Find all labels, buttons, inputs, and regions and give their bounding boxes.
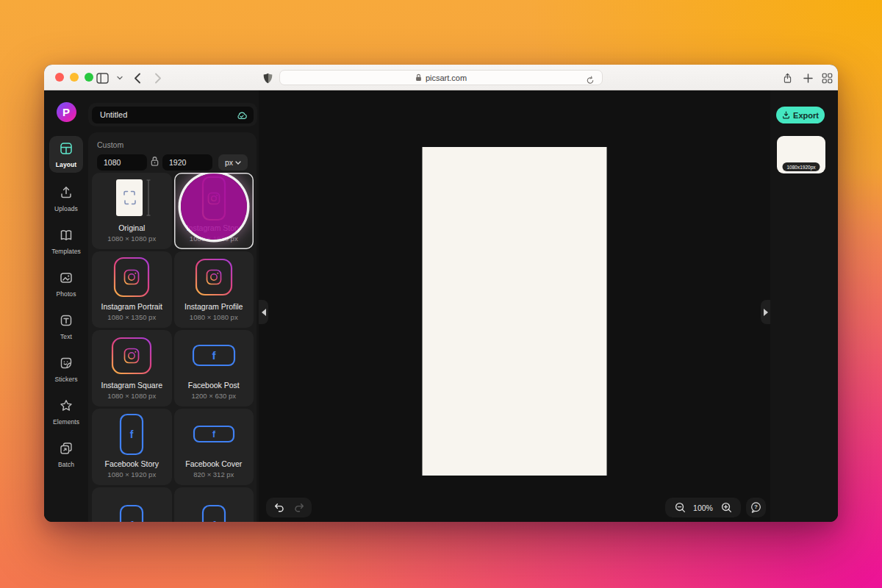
svg-text:f: f — [212, 520, 215, 522]
undo-button[interactable] — [269, 498, 288, 517]
window-controls — [55, 73, 93, 82]
browser-window: picsart.com P LayoutUploadsTemplatesPhot… — [44, 65, 838, 522]
layout-tile-instagram-story[interactable]: Instagram Story1080 × 1920 px — [174, 173, 254, 249]
tab-overview-icon[interactable] — [820, 71, 834, 85]
ig-profile-icon — [174, 251, 254, 302]
original-icon — [92, 173, 172, 223]
uploads-icon — [59, 185, 74, 203]
export-label: Export — [793, 111, 819, 120]
sidebar-item-label: Layout — [56, 161, 76, 168]
fb-post-icon: f — [174, 330, 254, 381]
fb-cover-icon: f — [174, 409, 254, 459]
back-button[interactable] — [130, 71, 145, 85]
collapse-left-panel-handle[interactable] — [259, 300, 268, 324]
triangle-right-icon — [764, 309, 768, 316]
export-button[interactable]: Export — [776, 107, 825, 123]
sidebar-item-batch[interactable]: Batch — [49, 437, 83, 471]
tile-dims: 1200 × 630 px — [192, 392, 236, 400]
tile-dims: 1080 × 1080 px — [107, 392, 156, 400]
photos-icon — [59, 270, 74, 288]
tile-dims: 1080 × 1350 px — [107, 313, 156, 321]
layout-icon — [59, 141, 74, 159]
layout-tile-instagram-square[interactable]: Instagram Square1080 × 1080 px — [92, 330, 172, 406]
layout-tile-instagram-profile[interactable]: Instagram Profile1080 × 1080 px — [174, 251, 254, 328]
triangle-left-icon — [262, 309, 266, 316]
sidebar-item-label: Batch — [58, 461, 74, 468]
layout-tile-partial[interactable]: f — [92, 487, 172, 522]
chevron-down-icon[interactable] — [112, 71, 127, 85]
sidebar-item-label: Uploads — [54, 205, 78, 212]
browser-toolbar: picsart.com — [44, 65, 838, 90]
history-controls — [266, 498, 312, 517]
address-bar[interactable]: picsart.com — [279, 70, 603, 85]
sidebar-item-uploads[interactable]: Uploads — [49, 182, 83, 215]
layout-presets-panel: Custom px Original1080 × 1080 pxInstagr — [88, 132, 257, 522]
svg-text:f: f — [212, 429, 216, 440]
layout-tile-facebook-cover[interactable]: fFacebook Cover820 × 312 px — [174, 409, 254, 485]
download-icon — [782, 111, 790, 119]
svg-text:f: f — [130, 520, 134, 522]
svg-text:f: f — [212, 349, 216, 362]
pages-rail: Export 1080x1920px — [770, 90, 838, 522]
layout-tile-facebook-story[interactable]: fFacebook Story1080 × 1920 px — [92, 409, 172, 485]
ig-portrait-icon — [92, 251, 172, 302]
tool-sidebar: P LayoutUploadsTemplatesPhotosTextSticke… — [44, 90, 88, 522]
sidebar-item-label: Templates — [51, 248, 81, 255]
share-icon[interactable] — [780, 71, 795, 85]
preset-grid: Original1080 × 1080 pxInstagram Story108… — [88, 171, 257, 522]
unit-value: px — [225, 158, 233, 167]
tile-name: Instagram Profile — [184, 302, 243, 311]
ig-square-icon — [92, 330, 172, 381]
tile-name: Facebook Post — [188, 381, 240, 390]
canvas-artboard[interactable] — [423, 147, 607, 476]
sidebar-item-label: Elements — [53, 418, 79, 426]
zoom-level[interactable]: 100% — [691, 503, 715, 512]
stickers-icon — [59, 356, 74, 373]
sidebar-item-text[interactable]: Text — [49, 309, 83, 343]
fb-story-icon: f — [92, 487, 172, 522]
layout-tile-partial[interactable]: f — [174, 487, 254, 522]
height-input[interactable] — [162, 154, 212, 171]
sidebar-nav: LayoutUploadsTemplatesPhotosTextStickers… — [49, 136, 83, 471]
sidebar-item-stickers[interactable]: Stickers — [49, 352, 83, 386]
tile-dims: 1080 × 1920 px — [107, 470, 156, 478]
redo-button[interactable] — [290, 498, 309, 517]
page-thumbnail[interactable]: 1080x1920px — [777, 136, 825, 173]
layout-tile-original[interactable]: Original1080 × 1080 px — [92, 173, 172, 249]
batch-icon — [59, 441, 74, 459]
aspect-lock-icon[interactable] — [150, 156, 159, 170]
cloud-saved-icon — [236, 110, 248, 123]
minimize-window-button[interactable] — [70, 73, 79, 82]
project-title-input[interactable] — [92, 107, 254, 123]
tile-name: Original — [118, 223, 145, 232]
sidebar-toggle-icon[interactable] — [95, 71, 110, 85]
layout-tile-instagram-portrait[interactable]: Instagram Portrait1080 × 1350 px — [92, 251, 172, 328]
layout-tile-facebook-post[interactable]: fFacebook Post1200 × 630 px — [174, 330, 254, 406]
templates-icon — [59, 228, 74, 245]
privacy-shield-icon[interactable] — [260, 71, 275, 85]
sidebar-item-layout[interactable]: Layout — [49, 136, 83, 173]
picsart-logo[interactable]: P — [57, 102, 76, 122]
tile-dims: 1080 × 1080 px — [190, 313, 238, 321]
fb-story-icon: f — [174, 487, 254, 522]
close-window-button[interactable] — [55, 73, 64, 82]
elements-icon — [59, 398, 74, 416]
width-input[interactable] — [97, 154, 147, 171]
collapse-right-panel-handle[interactable] — [761, 300, 770, 324]
unit-dropdown[interactable]: px — [218, 154, 248, 171]
zoom-out-button[interactable] — [670, 498, 689, 517]
zoom-in-button[interactable] — [717, 498, 736, 517]
tile-name: Instagram Story — [187, 223, 241, 232]
sidebar-item-templates[interactable]: Templates — [49, 224, 83, 258]
tile-dims: 1080 × 1920 px — [190, 234, 238, 243]
lock-icon — [415, 74, 422, 82]
reload-icon[interactable] — [583, 73, 598, 87]
maximize-window-button[interactable] — [85, 73, 93, 82]
help-button[interactable]: ? — [746, 498, 766, 517]
forward-button[interactable] — [151, 71, 165, 85]
new-tab-icon[interactable] — [800, 71, 815, 85]
sidebar-item-photos[interactable]: Photos — [49, 267, 83, 301]
tile-name: Facebook Story — [104, 459, 159, 468]
fb-story-icon: f — [92, 409, 172, 459]
sidebar-item-elements[interactable]: Elements — [49, 395, 83, 429]
